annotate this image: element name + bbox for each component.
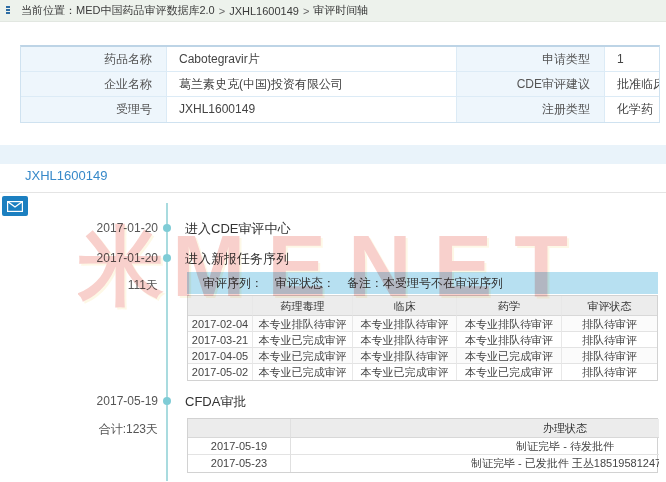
table-cell-spacer <box>291 438 471 455</box>
table-cell: 本专业排队待审评 <box>457 316 562 332</box>
registration-type-value: 化学药 <box>605 97 659 122</box>
table-cell-date: 2017-04-05 <box>188 348 253 364</box>
drug-info-table: 药品名称 Cabotegravir片 申请类型 1 企业名称 葛兰素史克(中国)… <box>20 45 660 123</box>
table-cell: 本专业已完成审评 <box>253 364 353 380</box>
timeline-dot <box>163 254 171 262</box>
table-header-cell <box>188 419 291 438</box>
table-cell-spacer <box>291 455 471 472</box>
table-cell: 排队待审评 <box>562 348 657 364</box>
envelope-icon <box>7 201 23 212</box>
event-title-cde-entry: 进入CDE审评中心 <box>185 220 290 238</box>
table-cell: 本专业排队待审评 <box>353 332 457 348</box>
section-divider-band <box>0 145 666 164</box>
acceptance-no-label: 受理号 <box>21 97 167 122</box>
table-header-pharmtox: 药理毒理 <box>253 296 353 316</box>
table-cell: 本专业已完成审评 <box>253 348 353 364</box>
table-cell-date: 2017-02-04 <box>188 316 253 332</box>
table-cell-date: 2017-05-02 <box>188 364 253 380</box>
table-cell-status: 制证完毕 - 待发批件 <box>471 438 659 455</box>
acceptance-number-heading: JXHL1600149 <box>25 168 107 183</box>
breadcrumb-prefix: 当前位置： <box>21 3 76 18</box>
cde-recommendation-value: 批准临床 <box>605 72 659 97</box>
drug-name-label: 药品名称 <box>21 47 167 72</box>
table-header-pharmacy: 药学 <box>457 296 562 316</box>
list-icon <box>6 5 17 16</box>
company-name-label: 企业名称 <box>21 72 167 97</box>
timeline-dot <box>163 397 171 405</box>
breadcrumb-segment-database[interactable]: MED中国药品审评数据库2.0 <box>76 3 215 18</box>
breadcrumb-separator: > <box>219 5 225 17</box>
company-name-value: 葛兰素史克(中国)投资有限公司 <box>167 72 457 97</box>
application-type-value: 1 <box>605 47 659 72</box>
breadcrumb-segment-acceptance-no[interactable]: JXHL1600149 <box>229 5 299 17</box>
timeline-dot <box>163 224 171 232</box>
table-cell-date: 2017-03-21 <box>188 332 253 348</box>
application-type-label: 申请类型 <box>457 47 605 72</box>
table-header-review-status: 审评状态 <box>562 296 657 316</box>
table-cell: 本专业已完成审评 <box>457 348 562 364</box>
table-cell: 本专业排队待审评 <box>457 332 562 348</box>
table-cell: 本专业排队待审评 <box>353 316 457 332</box>
table-cell: 本专业排队待审评 <box>253 316 353 332</box>
table-cell-date: 2017-05-19 <box>188 438 291 455</box>
breadcrumb: 当前位置： MED中国药品审评数据库2.0 > JXHL1600149 > 审评… <box>0 0 666 22</box>
table-cell-status: 制证完毕 - 已发批件 王丛18519581247 <box>471 455 659 472</box>
review-note-bar: 审评序列： 审评状态： 备注：本受理号不在审评序列 <box>187 272 658 294</box>
table-cell: 本专业已完成审评 <box>353 364 457 380</box>
mail-button[interactable] <box>2 196 28 216</box>
table-cell: 本专业已完成审评 <box>457 364 562 380</box>
approval-status-table: 办理状态 2017-05-19 制证完毕 - 待发批件 2017-05-23 制… <box>187 418 658 473</box>
cde-recommendation-label: CDE审评建议 <box>457 72 605 97</box>
event-title-cfda-approval: CFDA审批 <box>185 393 246 411</box>
registration-type-label: 注册类型 <box>457 97 605 122</box>
table-cell: 排队待审评 <box>562 316 657 332</box>
acceptance-no-value: JXHL1600149 <box>167 97 457 122</box>
duration-label: 111天 <box>0 277 158 294</box>
event-title-new-task-queue: 进入新报任务序列 <box>185 250 289 268</box>
total-duration-label: 合计:123天 <box>0 421 158 438</box>
event-date: 2017-01-20 <box>0 221 158 235</box>
heading-divider <box>0 192 666 193</box>
event-date: 2017-05-19 <box>0 394 158 408</box>
breadcrumb-separator: > <box>303 5 309 17</box>
breadcrumb-segment-timeline[interactable]: 审评时间轴 <box>313 3 368 18</box>
review-status-table: 药理毒理 临床 药学 审评状态 2017-02-04 本专业排队待审评 本专业排… <box>187 295 658 381</box>
table-cell: 排队待审评 <box>562 332 657 348</box>
table-cell: 本专业已完成审评 <box>253 332 353 348</box>
event-date: 2017-01-20 <box>0 251 158 265</box>
table-cell: 排队待审评 <box>562 364 657 380</box>
drug-name-value: Cabotegravir片 <box>167 47 457 72</box>
table-cell: 本专业排队待审评 <box>353 348 457 364</box>
table-cell-date: 2017-05-23 <box>188 455 291 472</box>
page: 当前位置： MED中国药品审评数据库2.0 > JXHL1600149 > 审评… <box>0 0 666 482</box>
table-header-processing-status: 办理状态 <box>471 419 659 438</box>
table-header-cell <box>188 296 253 316</box>
table-header-clinical: 临床 <box>353 296 457 316</box>
table-header-spacer <box>291 419 471 438</box>
timeline-line <box>166 203 168 481</box>
